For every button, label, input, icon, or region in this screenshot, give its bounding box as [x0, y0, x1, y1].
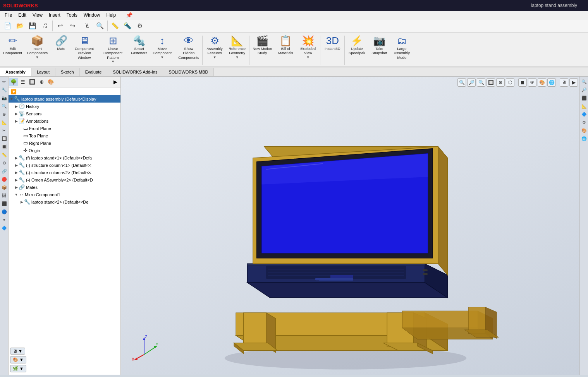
tree-item-origin[interactable]: ✛ Origin	[9, 147, 120, 154]
new-motion-btn[interactable]: 🎬 New MotionStudy	[250, 34, 274, 67]
left-icon-5[interactable]: ⊕	[1, 111, 8, 118]
vt-view-orient[interactable]: ⬡	[506, 78, 514, 87]
left-icon-1[interactable]: ✏	[1, 78, 8, 85]
zoom-btn[interactable]: 🔍	[94, 20, 106, 32]
tree-item-sensors[interactable]: ▶ 📡 Sensors	[9, 110, 120, 117]
tree-item-structure-col-1[interactable]: ▶ 🔧 (-) structure column<1> (Default<<	[9, 161, 120, 169]
expand-laptop-stand-1[interactable]: ▶	[14, 156, 19, 160]
vt-section[interactable]: ⊕	[496, 78, 505, 87]
exploded-view-arrow[interactable]: ▼	[306, 55, 310, 59]
tree-tab-plus[interactable]: ⊕	[37, 78, 46, 86]
right-icon-2[interactable]: 🔎	[581, 86, 588, 93]
component-preview-btn[interactable]: 🖥 ComponentPreviewWindow	[72, 34, 96, 67]
left-icon-9[interactable]: 🔳	[1, 143, 8, 150]
smart-fasteners-btn[interactable]: 🔩 SmartFasteners	[128, 34, 150, 67]
left-icon-10[interactable]: 📏	[1, 151, 8, 158]
left-icon-4[interactable]: 🔍	[1, 103, 8, 110]
assembly-features-arrow[interactable]: ▼	[213, 55, 217, 59]
tree-item-omen-assembly[interactable]: ▶ 🔧 (-) Omen ASswmbly<2> (Default<D	[9, 176, 120, 183]
vt-zoom-in[interactable]: 🔎	[467, 78, 476, 87]
print-btn[interactable]: 🖨	[39, 20, 51, 32]
right-icon-6[interactable]: ⚙	[581, 119, 588, 126]
show-hidden-btn[interactable]: 👁 ShowHiddenComponents	[176, 34, 201, 67]
left-icon-18[interactable]: ✦	[1, 216, 8, 223]
expand-mirror-component[interactable]: ▼	[14, 193, 19, 197]
tree-item-structure-col-2[interactable]: ▶ 🔧 (-) structure column<2> (Default<<	[9, 169, 120, 176]
settings-btn[interactable]: ⚙	[134, 20, 146, 32]
select-btn[interactable]: 🖱	[81, 20, 94, 32]
tree-item-top-plane[interactable]: ▭ Top Plane	[9, 132, 120, 139]
left-icon-17[interactable]: 🔵	[1, 208, 8, 215]
tree-tab-model[interactable]: 🌳	[9, 78, 18, 86]
insert-components-arrow[interactable]: ▼	[36, 55, 39, 59]
left-icon-3[interactable]: 📷	[1, 94, 8, 101]
right-icon-7[interactable]: 🎨	[581, 127, 588, 134]
tree-item-mates[interactable]: ▶ 🔗 Mates	[9, 183, 120, 191]
vt-frame[interactable]: 🔲	[487, 78, 495, 87]
vt-search[interactable]: 🔍	[457, 78, 466, 87]
left-icon-13[interactable]: 🔴	[1, 176, 8, 183]
left-icon-7[interactable]: ✂	[1, 127, 8, 134]
left-icon-19[interactable]: 🔷	[1, 224, 8, 231]
mate-btn[interactable]: 🔗 Mate	[50, 34, 72, 67]
assembly-features-btn[interactable]: ⚙ AssemblyFeatures ▼	[203, 34, 226, 67]
menu-insert[interactable]: Insert	[46, 12, 64, 19]
vt-expand[interactable]: ▶	[569, 78, 578, 87]
right-icon-5[interactable]: 🔷	[581, 111, 588, 118]
linear-component-arrow[interactable]: ▼	[111, 60, 115, 63]
undo-btn[interactable]: ↩	[54, 20, 66, 32]
new-btn[interactable]: 📄	[2, 20, 14, 32]
expand-structure-col-1[interactable]: ▶	[14, 163, 19, 167]
expand-omen-assembly[interactable]: ▶	[14, 178, 19, 182]
reference-geometry-btn[interactable]: 📐 ReferenceGeometry ▼	[226, 34, 248, 67]
tree-item-annotations[interactable]: ▶ 📝 Annotations	[9, 117, 120, 125]
exploded-view-btn[interactable]: 💥 ExplodedView ▼	[297, 34, 319, 67]
redo-btn[interactable]: ↪	[66, 20, 79, 32]
tab-evaluate[interactable]: Evaluate	[80, 68, 108, 76]
tab-layout[interactable]: Layout	[31, 68, 55, 76]
menu-tools[interactable]: Tools	[64, 12, 81, 19]
right-icon-4[interactable]: 📐	[581, 103, 588, 110]
vt-display-style[interactable]: ◼	[518, 78, 527, 87]
tree-item-mirror-component[interactable]: ▼ ↔ MirrorComponent1	[9, 191, 120, 198]
right-icon-1[interactable]: 🔍	[581, 78, 588, 85]
tree-item-front-plane[interactable]: ▭ Front Plane	[9, 125, 120, 132]
vt-hide-show[interactable]: 👁	[528, 78, 536, 87]
menu-file[interactable]: File	[2, 12, 15, 19]
left-icon-12[interactable]: 🔗	[1, 168, 8, 175]
tree-item-right-plane[interactable]: ▭ Right Plane	[9, 139, 120, 147]
left-icon-2[interactable]: 🔧	[1, 86, 8, 93]
xray-btn[interactable]: 🔦	[121, 20, 134, 32]
expand-root[interactable]: ▼	[9, 97, 14, 101]
menu-view[interactable]: View	[29, 12, 46, 19]
linear-component-btn[interactable]: ⊞ Linear ComponentPattern ▼	[98, 34, 128, 67]
tree-item-laptop-stand-1[interactable]: ▶ 🔧 (f) laptop stand<1> (Default<<Defa	[9, 154, 120, 161]
tree-item-root[interactable]: ▼ 🔧 laptop stand assembly (Default<Displ…	[9, 95, 120, 103]
vt-zoom-out[interactable]: 🔍	[477, 78, 485, 87]
insert-components-btn[interactable]: 📦 InsertComponents ▼	[24, 34, 50, 67]
menu-edit[interactable]: Edit	[15, 12, 29, 19]
expand-mates[interactable]: ▶	[14, 185, 19, 189]
left-icon-16[interactable]: ⬛	[1, 200, 8, 207]
update-speedpak-btn[interactable]: ⚡ UpdateSpeedpak	[346, 34, 368, 67]
viewport[interactable]: 🔍 🔎 🔍 🔲 ⊕ ⬡ ◼ 👁 🎨 🌐 🖥 ▶	[121, 77, 579, 375]
bill-of-materials-btn[interactable]: 📋 Bill ofMaterials	[274, 34, 297, 67]
expand-laptop-stand-2[interactable]: ▶	[19, 200, 24, 204]
expand-structure-col-2[interactable]: ▶	[14, 171, 19, 175]
right-icon-3[interactable]: ⬛	[581, 94, 588, 101]
take-snapshot-btn[interactable]: 📷 TakeSnapshot	[368, 34, 390, 67]
left-icon-8[interactable]: 🔲	[1, 135, 8, 142]
reference-geometry-arrow[interactable]: ▼	[236, 55, 239, 59]
menu-window[interactable]: Window	[81, 12, 103, 19]
left-icon-14[interactable]: 📦	[1, 184, 8, 191]
menu-help[interactable]: Help	[103, 12, 119, 19]
move-component-btn[interactable]: ↕ MoveComponent ▼	[150, 34, 174, 67]
tab-assembly[interactable]: Assembly	[0, 68, 31, 76]
tab-sketch[interactable]: Sketch	[55, 68, 80, 76]
left-icon-11[interactable]: ⚙	[1, 159, 8, 166]
display-pane-btn[interactable]: 🖥 ▼	[10, 348, 25, 355]
tree-expand-btn[interactable]: ▶	[111, 78, 120, 86]
vt-appearance[interactable]: 🎨	[538, 78, 546, 87]
scene-btn[interactable]: 🌿 ▼	[10, 365, 26, 372]
tree-item-laptop-stand-2[interactable]: ▶ 🔧 laptop stand<2> (Default<<De	[9, 198, 120, 206]
